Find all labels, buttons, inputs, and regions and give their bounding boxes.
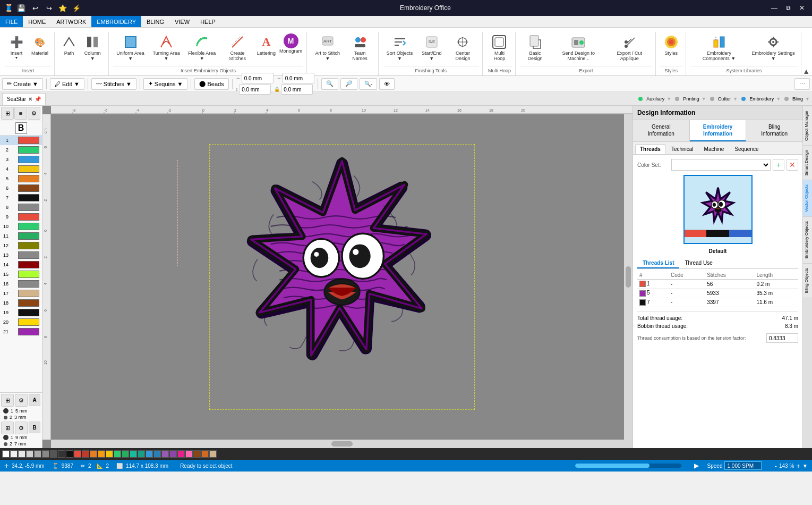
sort-objects-button[interactable]: Sort Objects ▼ <box>383 32 416 63</box>
color-list-item-11[interactable]: 11 <box>0 231 42 241</box>
embroidery-components-button[interactable]: Embroidery Components ▼ <box>690 32 748 63</box>
color-list-item-9[interactable]: 9 <box>0 212 42 222</box>
color-list-item-19[interactable]: 19 <box>0 308 42 317</box>
color-list-item-16[interactable]: 16 <box>0 279 42 289</box>
edit-dropdown[interactable]: 🖊 Edit ▼ <box>50 78 84 90</box>
bottom-chip-21[interactable] <box>169 450 177 458</box>
turning-area-button[interactable]: Turning Area ▼ <box>149 32 184 63</box>
h-scroll-thumb[interactable] <box>331 441 353 447</box>
basic-design-button[interactable]: Basic Design <box>520 32 550 63</box>
bottom-chip-5[interactable] <box>42 450 49 458</box>
bold-b-btn[interactable]: B <box>15 122 27 134</box>
embroidery-objects-tab[interactable]: Embroidery Objects <box>803 216 812 263</box>
bottom-chip-19[interactable] <box>153 450 161 458</box>
multi-hoop-button[interactable]: Multi Hoop <box>487 32 512 63</box>
thread-row-5[interactable]: 5 - 5933 35.3 m <box>637 289 798 298</box>
color-list-item-8[interactable]: 8 <box>0 203 42 212</box>
color-list-item-3[interactable]: 3 <box>0 155 42 164</box>
color-list-item-17[interactable]: 17 <box>0 289 42 298</box>
create-dropdown[interactable]: ✏ Create ▼ <box>2 78 43 90</box>
gear-2-btn[interactable]: ⚙ <box>15 422 28 434</box>
bottom-chip-25[interactable] <box>201 450 209 458</box>
bottom-chip-2[interactable] <box>18 450 25 458</box>
material-button[interactable]: 🎨 Material <box>29 32 51 57</box>
create-stitches-button[interactable]: Create Stitches <box>220 32 254 63</box>
general-info-tab[interactable]: GeneralInformation <box>633 120 690 141</box>
menu-embroidery[interactable]: EMBROIDERY <box>91 16 141 27</box>
bottom-chip-11[interactable] <box>90 450 97 458</box>
color-list-item-12[interactable]: 12 <box>0 241 42 250</box>
list-view-btn[interactable]: ≡ <box>14 107 27 120</box>
thread-use-tab[interactable]: Thread Use <box>679 258 717 268</box>
bottom-chip-18[interactable] <box>146 450 153 458</box>
bottom-chip-20[interactable] <box>161 450 169 458</box>
add-color-set-btn[interactable]: + <box>773 159 784 171</box>
bottom-chip-4[interactable] <box>34 450 41 458</box>
menu-help[interactable]: HELP <box>195 16 221 27</box>
bottom-chip-7[interactable] <box>58 450 65 458</box>
bottom-chip-6[interactable] <box>50 450 57 458</box>
lightning-button[interactable]: ⚡ <box>71 3 82 13</box>
color-list-item-2[interactable]: 2 <box>0 145 42 155</box>
bottom-chip-0[interactable] <box>2 450 10 458</box>
file-tab[interactable]: SeaStar ✕ 📌 <box>2 93 46 105</box>
grid-view-btn[interactable]: ⊞ <box>1 107 14 120</box>
canvas-area[interactable]: -8 -6 -4 -2 0 2 4 6 8 10 12 14 16 18 20 <box>42 106 632 448</box>
bottom-chip-15[interactable] <box>122 450 129 458</box>
color-list-item-10[interactable]: 10 <box>0 222 42 231</box>
speed-input[interactable] <box>724 461 762 470</box>
remove-color-set-btn[interactable]: ✕ <box>787 159 798 171</box>
color-list-item-7[interactable]: 7 <box>0 193 42 203</box>
file-tab-pin[interactable]: 📌 <box>35 96 41 102</box>
vector-objects-tab[interactable]: Vector Objects <box>803 180 812 216</box>
x2-coord-input[interactable] <box>283 73 314 83</box>
bottom-chip-22[interactable] <box>177 450 185 458</box>
bottom-chip-26[interactable] <box>209 450 217 458</box>
star-button[interactable]: ⭐ <box>57 3 69 13</box>
bling-objects-tab[interactable]: Bling Objects <box>803 263 812 297</box>
start-end-button[interactable]: S/E Start/End ▼ <box>417 32 446 63</box>
color-list-item-15[interactable]: 15 <box>0 270 42 279</box>
color-list-item-18[interactable]: 18 <box>0 298 42 308</box>
zoom-out-status[interactable]: - <box>774 462 776 470</box>
menu-file[interactable]: FILE <box>0 16 23 27</box>
zoom-in-button[interactable]: 🔎 <box>340 78 357 90</box>
ribbon-collapse-button[interactable]: ▲ <box>802 67 810 75</box>
y2-coord-input[interactable] <box>281 84 313 95</box>
tension-factor-input[interactable] <box>766 333 798 343</box>
monogram-button[interactable]: M Monogram <box>278 32 304 55</box>
bottom-chip-23[interactable] <box>185 450 193 458</box>
save-button[interactable]: 💾 <box>15 3 27 13</box>
menu-artwork[interactable]: ARTWORK <box>51 16 91 27</box>
grid-3-btn[interactable]: ⊞ <box>1 422 14 434</box>
bottom-chip-1[interactable] <box>10 450 18 458</box>
art-to-stitch-button[interactable]: ART Art to Stitch ▼ <box>311 32 344 63</box>
view-options-button[interactable]: 👁 <box>379 78 395 90</box>
insert-button[interactable]: ➕ Insert ▼ <box>5 32 28 61</box>
bottom-chip-12[interactable] <box>98 450 105 458</box>
color-list-item-5[interactable]: 5 <box>0 174 42 183</box>
machine-sub-tab[interactable]: Machine <box>699 144 729 154</box>
zoom-fit-button[interactable]: 🔍 <box>321 78 338 90</box>
gear-btn[interactable]: ⚙ <box>15 394 28 407</box>
path-button[interactable]: Path <box>59 32 79 57</box>
canvas-content[interactable] <box>51 114 632 440</box>
bottom-chip-9[interactable] <box>74 450 81 458</box>
smart-design-tab[interactable]: Smart Design <box>803 145 812 180</box>
x-coord-input[interactable] <box>242 73 273 83</box>
bottom-chip-24[interactable] <box>193 450 201 458</box>
bottom-chip-3[interactable] <box>26 450 33 458</box>
bottom-chip-8[interactable] <box>66 450 73 458</box>
color-list-item-4[interactable]: 4 <box>0 164 42 174</box>
h-scrollbar[interactable] <box>51 440 632 448</box>
threads-sub-tab[interactable]: Threads <box>635 144 665 154</box>
color-list-item-14[interactable]: 14 <box>0 260 42 270</box>
sequence-sub-tab[interactable]: Sequence <box>730 144 763 154</box>
bottom-chip-13[interactable] <box>106 450 113 458</box>
menu-view[interactable]: VIEW <box>169 16 195 27</box>
embroidery-settings-button[interactable]: Embroidery Settings ▼ <box>749 32 798 63</box>
bottom-chip-17[interactable] <box>138 450 145 458</box>
color-list-item-1[interactable]: 1 <box>0 136 42 145</box>
bottom-chip-14[interactable] <box>114 450 121 458</box>
column-button[interactable]: Column ▼ <box>80 32 105 63</box>
